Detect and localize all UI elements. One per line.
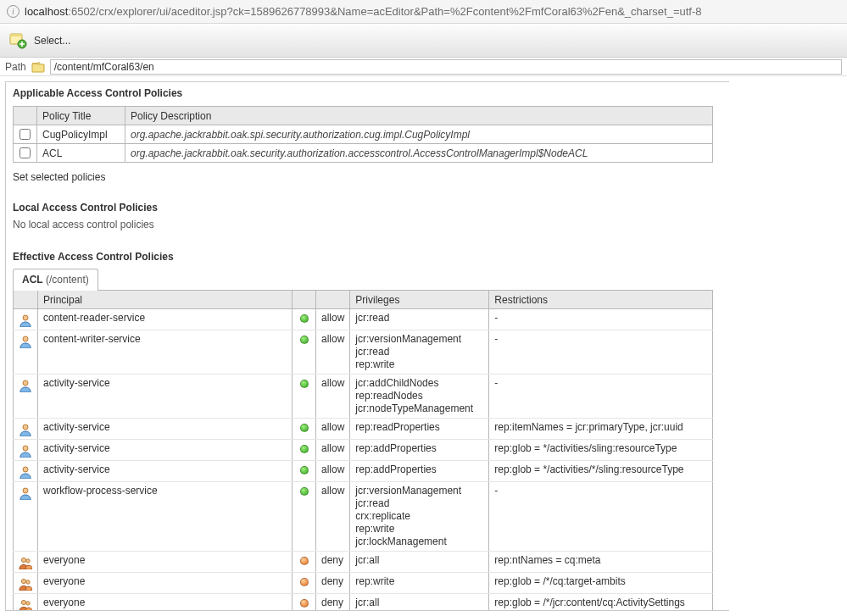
effective-heading: Effective Access Control Policies	[6, 239, 729, 268]
applicable-col-description: Policy Description	[125, 107, 713, 125]
acl-effect: allow	[316, 375, 350, 419]
svg-rect-1	[10, 34, 22, 36]
status-dot-icon	[300, 424, 309, 432]
workspace: Applicable Access Control Policies Polic…	[0, 76, 847, 616]
acl-effect: allow	[316, 419, 350, 440]
policy-checkbox[interactable]	[20, 129, 31, 140]
status-dot-icon	[300, 487, 309, 496]
acl-restrictions: rep:glob = */activities/*/sling:resource…	[489, 461, 713, 482]
acl-restrictions: -	[489, 309, 713, 330]
policy-title: ACL	[37, 144, 125, 163]
acl-privileges: jcr:versionManagement jcr:read crx:repli…	[350, 482, 489, 552]
acl-privileges: jcr:all	[350, 594, 489, 612]
applicable-heading: Applicable Access Control Policies	[6, 82, 729, 106]
path-label: Path	[5, 61, 26, 73]
acl-tab[interactable]: ACL (/content)	[13, 269, 98, 291]
local-empty-text: No local access control policies	[6, 219, 729, 239]
acl-table: Principal Privileges Restrictions conten…	[13, 290, 713, 611]
browser-address-bar: i localhost:6502/crx/explorer/ui/acedito…	[0, 0, 847, 24]
acl-row[interactable]: content-reader-serviceallowjcr:read-	[14, 309, 713, 330]
acl-principal: activity-service	[38, 440, 293, 461]
acl-principal: everyone	[38, 573, 293, 594]
acl-row[interactable]: workflow-process-serviceallowjcr:version…	[14, 482, 713, 552]
set-selected-policies[interactable]: Set selected policies	[6, 168, 729, 190]
acl-privileges: rep:write	[350, 573, 489, 594]
user-icon	[19, 335, 32, 348]
acl-effect: deny	[316, 573, 350, 594]
acl-effect: deny	[316, 594, 350, 612]
status-dot-icon	[300, 599, 309, 608]
acl-privileges: jcr:read	[350, 309, 489, 330]
group-icon	[19, 598, 32, 611]
acl-principal: content-writer-service	[38, 330, 293, 375]
right-gutter	[729, 81, 842, 611]
group-icon	[19, 556, 32, 569]
status-dot-icon	[300, 380, 309, 388]
acl-principal: activity-service	[38, 461, 293, 482]
acl-col-restrictions: Restrictions	[489, 291, 713, 309]
user-icon	[19, 314, 32, 327]
acl-row[interactable]: activity-serviceallowrep:addPropertiesre…	[14, 461, 713, 482]
tree-select-icon[interactable]	[8, 31, 27, 50]
status-dot-icon	[300, 336, 309, 344]
applicable-table: Policy Title Policy Description CugPolic…	[13, 106, 713, 163]
acl-privileges: jcr:addChildNodes rep:readNodes jcr:node…	[350, 375, 489, 419]
acl-restrictions: -	[489, 375, 713, 419]
info-icon: i	[7, 5, 20, 18]
acl-privileges: jcr:versionManagement jcr:read rep:write	[350, 330, 489, 375]
acl-effect: allow	[316, 330, 350, 375]
path-bar: Path /content/mfCoral63/en	[0, 58, 847, 76]
acl-restrictions: rep:ntNames = cq:meta	[489, 552, 713, 573]
acl-row[interactable]: content-writer-serviceallowjcr:versionMa…	[14, 330, 713, 375]
acl-effect: allow	[316, 309, 350, 330]
acl-row[interactable]: everyonedenyjcr:allrep:ntNames = cq:meta	[14, 552, 713, 573]
acl-col-privileges: Privileges	[350, 291, 489, 309]
status-dot-icon	[300, 557, 309, 565]
status-dot-icon	[300, 466, 309, 474]
select-button[interactable]: Select...	[34, 35, 70, 47]
acl-privileges: rep:addProperties	[350, 461, 489, 482]
acl-restrictions: rep:glob = /*/cq:target-ambits	[489, 573, 713, 594]
acl-effect: deny	[316, 552, 350, 573]
url-text[interactable]: localhost:6502/crx/explorer/ui/aceditor.…	[25, 5, 702, 18]
user-icon	[19, 379, 32, 392]
applicable-row: CugPolicyImplorg.apache.jackrabbit.oak.s…	[14, 125, 713, 144]
acl-col-effect	[316, 291, 350, 309]
select-toolbar: Select...	[0, 24, 847, 58]
acl-row[interactable]: everyonedenyjcr:allrep:glob = /*/jcr:con…	[14, 594, 713, 612]
policy-title: CugPolicyImpl	[37, 125, 125, 144]
acl-col-principal: Principal	[38, 291, 293, 309]
acl-effect: allow	[316, 461, 350, 482]
acl-principal: everyone	[38, 594, 293, 612]
status-dot-icon	[300, 578, 309, 586]
acl-effect: allow	[316, 482, 350, 552]
applicable-col-title: Policy Title	[37, 107, 125, 125]
acl-restrictions: rep:itemNames = jcr:primaryType, jcr:uui…	[489, 419, 713, 440]
acl-restrictions: -	[489, 482, 713, 552]
local-heading: Local Access Control Policies	[6, 190, 729, 219]
acl-col-icon	[14, 291, 38, 309]
acl-effect: allow	[316, 440, 350, 461]
path-field[interactable]: /content/mfCoral63/en	[50, 59, 842, 75]
acl-restrictions: rep:glob = /*/jcr:content/cq:ActivitySet…	[489, 594, 713, 612]
main-scroll[interactable]: Applicable Access Control Policies Polic…	[5, 81, 729, 611]
acl-privileges: rep:addProperties	[350, 440, 489, 461]
acl-row[interactable]: activity-serviceallowrep:addPropertiesre…	[14, 440, 713, 461]
applicable-col-check	[14, 107, 37, 125]
group-icon	[19, 577, 32, 591]
acl-principal: everyone	[38, 552, 293, 573]
acl-restrictions: rep:glob = */activities/sling:resourceTy…	[489, 440, 713, 461]
user-icon	[19, 465, 32, 479]
folder-icon	[31, 61, 45, 73]
user-icon	[19, 444, 32, 458]
user-icon	[19, 423, 32, 436]
acl-principal: content-reader-service	[38, 309, 293, 330]
policy-description: org.apache.jackrabbit.oak.security.autho…	[125, 144, 713, 163]
acl-principal: workflow-process-service	[38, 482, 293, 552]
acl-restrictions: -	[489, 330, 713, 375]
acl-row[interactable]: activity-serviceallowrep:readPropertiesr…	[14, 419, 713, 440]
acl-row[interactable]: everyonedenyrep:writerep:glob = /*/cq:ta…	[14, 573, 713, 594]
policy-checkbox[interactable]	[20, 147, 31, 158]
acl-row[interactable]: activity-serviceallowjcr:addChildNodes r…	[14, 375, 713, 419]
acl-principal: activity-service	[38, 419, 293, 440]
